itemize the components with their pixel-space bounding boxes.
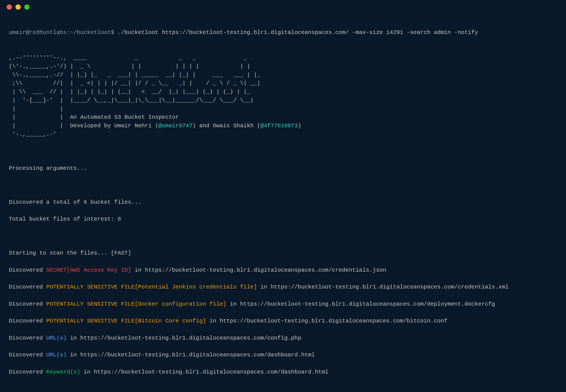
finding-sensitive-bitcoin: Discovered POTENTIALLY SENSITIVE FILE[Bi… [9,317,557,325]
prompt-line: umair@redhuntlabs:~/bucketloot$ ./bucket… [9,28,557,37]
prompt-user-host: umair@redhuntlabs [9,29,67,36]
ascii-art: ,.--'''''''''--., ____ _ _ _ _ (\'-.,___… [9,45,557,139]
tag-keyword: Keyword(s) [46,369,80,375]
finding-secret: Discovered SECRET[AWS Access Key ID] in … [9,266,557,275]
minimize-icon[interactable] [15,4,21,10]
prompt-symbol: $ [111,29,114,36]
finding-sensitive-docker: Discovered POTENTIALLY SENSITIVE FILE[Do… [9,300,557,309]
status-processing: Processing arguments... [9,164,557,173]
terminal-window: umair@redhuntlabs:~/bucketloot$ ./bucket… [0,0,566,392]
close-icon[interactable] [7,4,12,10]
tag-url: URL(s) [46,335,67,341]
command-text: ./bucketloot https://bucketloot-testing.… [118,29,478,36]
prompt-cwd: ~/bucketloot [70,29,111,36]
finding-keyword: Discovered Keyword(s) in https://bucketl… [9,368,557,377]
zoom-icon[interactable] [24,4,30,10]
tag-secret: SECRET[AWS Access Key ID] [46,267,131,273]
author-handle-2: @4f77616973 [260,123,298,129]
finding-sensitive-jenkins: Discovered POTENTIALLY SENSITIVE FILE[Po… [9,283,557,292]
tag-url: URL(s) [46,352,67,358]
tag-sensitive: POTENTIALLY SENSITIVE FILE[Bitcoin Core … [46,318,206,324]
titlebar [0,0,566,14]
status-starting-scan: Starting to scan the files... [FAST] [9,249,557,258]
author-handle-1: @umair9747 [158,123,192,129]
ascii-tagline: | | An Automated S3 Bucket Inspector [9,114,179,120]
status-discovered-total: Discovered a total of 6 bucket files... [9,198,557,207]
tag-sensitive: POTENTIALLY SENSITIVE FILE[Docker config… [46,301,226,307]
tag-sensitive: POTENTIALLY SENSITIVE FILE[Potential Jen… [46,284,257,290]
finding-url-1: Discovered URL(s) in https://bucketloot-… [9,334,557,343]
terminal-body[interactable]: umair@redhuntlabs:~/bucketloot$ ./bucket… [0,14,566,392]
status-files-of-interest: Total bucket files of interest: 6 [9,215,557,224]
finding-url-2: Discovered URL(s) in https://bucketloot-… [9,351,557,359]
